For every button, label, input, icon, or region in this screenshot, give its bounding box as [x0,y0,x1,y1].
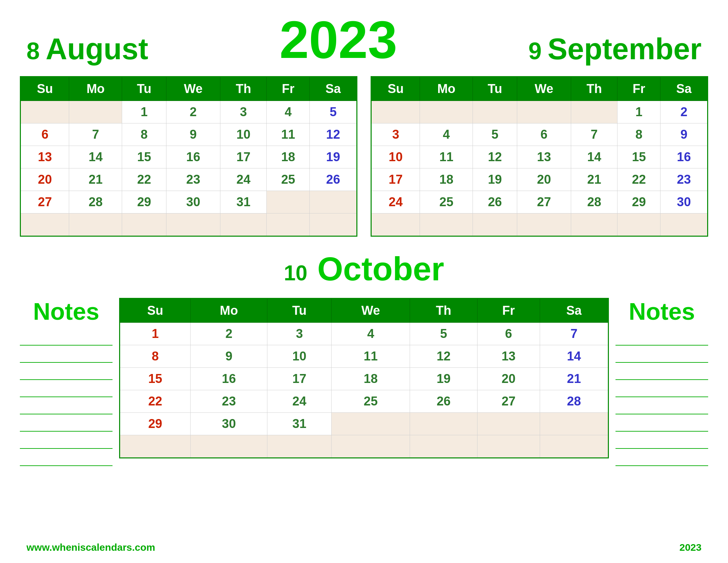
top-calendars: Su Mo Tu We Th Fr Sa 1234567891011121314… [20,76,708,237]
table-row [220,213,267,236]
aug-col-sa: Sa [310,77,357,101]
sep-col-fr: Fr [617,77,660,101]
table-row: 13 [517,146,571,168]
august-num: 8 [26,37,40,65]
table-row [410,435,477,458]
table-row: 23 [191,390,267,413]
table-row [332,413,410,435]
table-row: 4 [420,123,473,146]
table-row [517,213,571,236]
top-header: 8 August 2023 9 September [20,13,708,66]
notes-line [20,346,113,363]
table-row [267,191,310,213]
table-row: 28 [540,390,608,413]
august-table: Su Mo Tu We Th Fr Sa 1234567891011121314… [20,76,357,237]
september-body: 1234567891011121314151617181920212223242… [371,101,708,236]
table-row: 25 [420,191,473,213]
table-row: 30 [660,191,708,213]
table-row [571,213,617,236]
table-row [120,435,191,458]
table-row: 13 [477,345,540,368]
notes-line [20,380,113,397]
sep-col-mo: Mo [420,77,473,101]
notes-line [615,363,708,380]
table-row: 6 [477,323,540,345]
table-row: 23 [166,168,220,191]
table-row: 2 [660,101,708,123]
notes-line [615,328,708,346]
table-row [617,213,660,236]
table-row: 10 [220,123,267,146]
notes-line [20,328,113,346]
table-row: 3 [371,123,420,146]
sep-col-th: Th [571,77,617,101]
table-row: 14 [69,146,122,168]
table-row: 8 [617,123,660,146]
table-row [267,213,310,236]
table-row: 3 [220,101,267,123]
table-row: 16 [166,146,220,168]
notes-line [615,449,708,466]
table-row [540,435,608,458]
notes-line [615,380,708,397]
table-row: 22 [120,390,191,413]
table-row: 22 [122,168,166,191]
table-row: 3 [267,323,332,345]
table-row: 10 [267,345,332,368]
table-row: 7 [571,123,617,146]
sep-col-we: We [517,77,571,101]
table-row [310,191,357,213]
notes-right-lines [615,328,708,466]
august-header-row: Su Mo Tu We Th Fr Sa [21,77,357,101]
table-row [410,413,477,435]
august-calendar: Su Mo Tu We Th Fr Sa 1234567891011121314… [20,76,357,237]
table-row [473,101,517,123]
footer-url: www.wheniscalendars.com [26,542,155,553]
table-row: 15 [120,368,191,390]
table-row: 5 [410,323,477,345]
table-row: 15 [617,146,660,168]
table-row: 4 [267,101,310,123]
table-row: 29 [617,191,660,213]
table-row: 31 [220,191,267,213]
aug-col-su: Su [21,77,69,101]
table-row [191,435,267,458]
table-row: 27 [517,191,571,213]
notes-line [615,432,708,449]
table-row: 19 [473,168,517,191]
table-row [420,213,473,236]
table-row: 27 [21,191,69,213]
october-name: October [317,250,444,288]
table-row: 8 [122,123,166,146]
table-row: 6 [517,123,571,146]
october-table: Su Mo Tu We Th Fr Sa 1234567891011121314… [119,298,609,458]
table-row [473,213,517,236]
aug-col-mo: Mo [69,77,122,101]
oct-col-we: We [332,299,410,323]
sep-col-sa: Sa [660,77,708,101]
oct-col-tu: Tu [267,299,332,323]
notes-right-panel: Notes [615,298,708,466]
table-row [21,213,69,236]
table-row: 5 [473,123,517,146]
oct-col-fr: Fr [477,299,540,323]
notes-left-lines [20,328,113,466]
table-row: 21 [69,168,122,191]
august-name: August [46,32,148,66]
notes-left-panel: Notes [20,298,113,466]
table-row: 21 [540,368,608,390]
table-row: 11 [332,345,410,368]
table-row: 25 [267,168,310,191]
september-num: 9 [528,37,542,65]
table-row: 5 [310,101,357,123]
table-row: 7 [540,323,608,345]
table-row: 19 [310,146,357,168]
table-row [371,213,420,236]
table-row: 11 [420,146,473,168]
table-row [21,101,69,123]
table-row: 28 [69,191,122,213]
table-row: 7 [69,123,122,146]
table-row: 9 [191,345,267,368]
table-row: 29 [122,191,166,213]
table-row [332,435,410,458]
